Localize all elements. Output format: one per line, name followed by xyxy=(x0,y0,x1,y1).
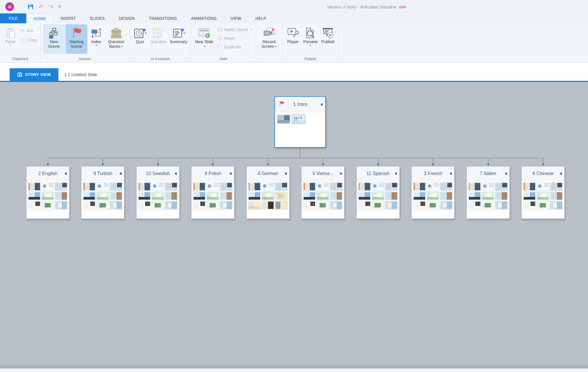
slide-thumbnail[interactable] xyxy=(427,182,439,191)
slide-thumbnail[interactable] xyxy=(468,201,481,209)
collapse-icon[interactable] xyxy=(505,172,507,175)
scene-card-header[interactable]: 6 Chinese xyxy=(522,167,564,181)
slide-thumbnail[interactable] xyxy=(28,201,41,209)
slide-thumbnail[interactable] xyxy=(550,201,563,209)
new-scene-button[interactable]: New Scene xyxy=(43,25,65,54)
scene-card[interactable]: 9 Turkish xyxy=(81,166,124,219)
tab-story-view[interactable]: STORY VIEW xyxy=(10,68,58,81)
slide-thumbnail[interactable] xyxy=(55,182,67,191)
slide-thumbnail[interactable] xyxy=(468,182,481,191)
slide-thumbnail[interactable] xyxy=(206,192,219,200)
scene-card[interactable]: 2 English xyxy=(26,166,69,219)
slide-thumbnail[interactable] xyxy=(262,182,274,191)
slide-thumbnail[interactable] xyxy=(523,182,536,191)
slide-thumbnail[interactable] xyxy=(83,192,95,200)
slide-thumbnail[interactable] xyxy=(427,201,439,209)
preview-button[interactable]: Preview xyxy=(302,25,319,54)
scene-card-header[interactable]: 1 Intro xyxy=(275,97,325,112)
scene-card-header[interactable]: 5 Vietna... xyxy=(302,167,344,181)
scene-card-header[interactable]: 10 Swedish xyxy=(137,167,179,181)
slide-thumbnail[interactable] xyxy=(537,201,549,209)
slide-thumbnail[interactable] xyxy=(372,192,384,200)
ribbon-tab-file[interactable]: FILE xyxy=(0,13,26,23)
slide-thumbnail[interactable] xyxy=(165,192,178,200)
slide-thumbnail[interactable] xyxy=(206,182,219,191)
scene-card-header[interactable]: 11 Spanish xyxy=(357,167,399,181)
scene-card-header[interactable]: 8 Polish xyxy=(192,167,234,181)
slide-thumbnail[interactable] xyxy=(220,182,232,191)
duplicate-button[interactable]: Duplicate xyxy=(216,44,253,50)
collapse-icon[interactable] xyxy=(175,172,177,175)
slide-thumbnail[interactable] xyxy=(152,201,164,209)
undo-icon[interactable]: ↶ xyxy=(39,4,44,10)
slide-thumbnail[interactable] xyxy=(152,192,164,200)
publish-button[interactable]: Publish xyxy=(320,25,336,54)
slide-thumbnail[interactable] xyxy=(495,192,508,200)
copy-button[interactable]: Copy xyxy=(20,37,38,43)
scene-card-header[interactable]: 3 French xyxy=(412,167,454,181)
collapse-icon[interactable] xyxy=(340,172,342,175)
slide-thumbnail[interactable] xyxy=(482,192,494,200)
ai-question-button[interactable]: Question xyxy=(149,25,168,54)
slide-thumbnail[interactable] xyxy=(206,201,219,209)
ribbon-tab-home[interactable]: HOME xyxy=(26,13,53,23)
slide-thumbnail[interactable] xyxy=(41,182,54,191)
collapse-icon[interactable] xyxy=(229,172,232,175)
slide-thumbnail[interactable] xyxy=(523,192,536,200)
slide-thumbnail[interactable] xyxy=(303,182,316,191)
ribbon-tab-help[interactable]: HELP xyxy=(248,13,273,23)
slide-thumbnail[interactable] xyxy=(440,201,453,209)
scene-card-header[interactable]: 2 English xyxy=(27,167,69,181)
scene-card[interactable]: 8 Polish xyxy=(191,166,234,219)
slide-thumbnail[interactable] xyxy=(495,201,508,209)
slide-thumbnail[interactable] xyxy=(385,192,398,200)
slide-thumbnail[interactable] xyxy=(193,201,206,209)
collapse-icon[interactable] xyxy=(285,172,287,175)
slide-thumbnail[interactable] xyxy=(385,201,398,209)
slide-thumbnail[interactable] xyxy=(83,182,95,191)
slide-thumbnail[interactable] xyxy=(193,182,206,191)
ribbon-tab-insert[interactable]: INSERT xyxy=(53,13,83,23)
slide-thumbnail[interactable] xyxy=(537,182,549,191)
starting-scene-button[interactable]: Starting Scene xyxy=(66,25,87,54)
slide-thumbnail[interactable] xyxy=(248,192,261,200)
slide-thumbnail[interactable] xyxy=(440,182,453,191)
slide-thumbnail[interactable] xyxy=(110,182,122,191)
slide-thumbnail[interactable] xyxy=(138,201,151,209)
reset-button[interactable]: Reset xyxy=(216,35,253,41)
slide-thumbnail[interactable] xyxy=(41,192,54,200)
slide-thumbnail[interactable] xyxy=(110,192,122,200)
scene-card[interactable]: 3 French xyxy=(411,166,455,219)
slide-thumbnail[interactable] xyxy=(427,192,439,200)
slide-thumbnail[interactable] xyxy=(248,182,261,191)
new-slide-button[interactable]: New Slide xyxy=(194,25,215,54)
slide-thumbnail[interactable] xyxy=(358,192,371,200)
scene-card[interactable]: 5 Vietna... xyxy=(301,166,345,219)
slide-thumbnail[interactable] xyxy=(96,201,109,209)
slide-thumbnail[interactable] xyxy=(523,201,536,209)
scene-card[interactable]: 6 Chinese xyxy=(521,166,565,219)
slide-thumbnail[interactable] xyxy=(316,201,329,209)
customize-quick-access-icon[interactable] xyxy=(58,6,61,8)
slide-thumbnail[interactable] xyxy=(220,192,232,200)
slide-thumbnail[interactable] xyxy=(303,201,316,209)
collapse-icon[interactable] xyxy=(560,172,562,175)
slide-thumbnail[interactable] xyxy=(96,192,109,200)
ribbon-tab-transitions[interactable]: TRANSITIONS xyxy=(142,13,184,23)
slide-thumbnail[interactable] xyxy=(482,201,494,209)
slide-thumbnail[interactable] xyxy=(138,182,151,191)
scene-card[interactable]: 4 German xyxy=(246,166,290,219)
slide-thumbnail[interactable] xyxy=(275,192,288,200)
slide-thumbnail[interactable] xyxy=(330,182,342,191)
ribbon-tab-design[interactable]: DESIGN xyxy=(112,13,142,23)
apply-layout-button[interactable]: Apply Layout xyxy=(216,26,253,33)
slide-thumbnail[interactable] xyxy=(537,192,549,200)
collapse-icon[interactable] xyxy=(321,103,323,106)
index-button[interactable]: Index xyxy=(88,25,105,54)
collapse-icon[interactable] xyxy=(450,172,452,175)
collapse-icon[interactable] xyxy=(395,172,397,175)
slide-thumbnail[interactable] xyxy=(330,201,342,209)
slide-thumbnail[interactable] xyxy=(28,192,41,200)
slide-thumbnail[interactable] xyxy=(248,201,261,209)
ribbon-tab-animations[interactable]: ANIMATIONS xyxy=(184,13,224,23)
